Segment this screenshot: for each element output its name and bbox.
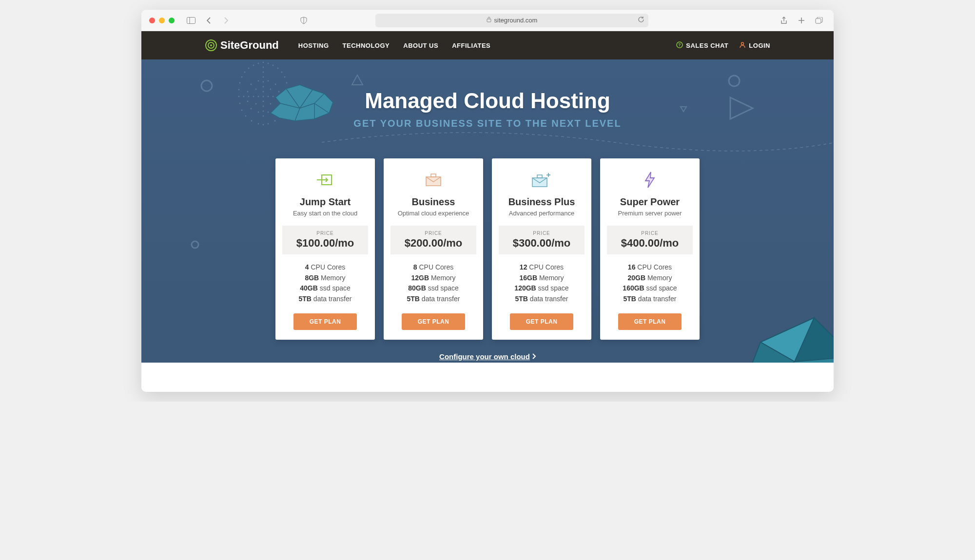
svg-point-56 [263,106,264,107]
get-plan-button[interactable]: GET PLAN [618,313,682,330]
svg-point-76 [268,80,269,82]
svg-line-86 [314,103,329,113]
svg-point-54 [263,101,264,102]
close-window-button[interactable] [149,18,155,23]
svg-point-63 [255,89,257,90]
address-bar[interactable]: siteground.com [375,14,648,27]
decorative-circle-icon [200,79,214,93]
svg-point-73 [247,101,249,102]
svg-line-82 [300,90,312,108]
decorative-circle-icon [190,240,200,250]
svg-point-64 [270,89,272,90]
svg-point-69 [251,108,252,110]
svg-point-71 [247,91,249,93]
svg-point-17 [258,63,259,64]
plan-card-business-plus: Business Plus Advanced performance PRICE… [492,158,591,340]
configure-own-cloud-link[interactable]: Configure your own cloud [439,352,536,361]
business-plus-icon [499,171,585,189]
svg-point-52 [282,96,284,97]
svg-point-53 [263,91,264,93]
decorative-triangle-icon [680,106,687,113]
svg-point-75 [258,80,259,82]
svg-point-36 [284,110,286,111]
price-value: $300.00/mo [499,237,585,250]
decorative-triangle-icon [726,94,756,123]
configure-link-text: Configure your own cloud [439,352,530,361]
svg-point-32 [287,96,289,97]
sales-chat-link[interactable]: ? SALES CHAT [676,41,728,50]
svg-point-14 [192,241,198,248]
nav-about-us[interactable]: ABOUT US [403,42,438,49]
decorative-dashed-line-icon [322,128,834,157]
nav-affiliates[interactable]: AFFILIATES [452,42,490,49]
user-icon [739,41,746,50]
svg-point-45 [258,96,259,97]
plan-name: Business Plus [499,196,585,208]
login-link[interactable]: LOGIN [739,41,770,50]
svg-point-49 [248,96,250,97]
decorative-cloud-icon [266,79,339,128]
forward-button[interactable] [219,14,233,27]
sales-chat-label: SALES CHAT [686,42,728,49]
svg-point-50 [277,96,279,97]
svg-point-72 [278,91,280,93]
svg-point-57 [263,81,264,83]
svg-text:?: ? [678,42,681,47]
nav-technology[interactable]: TECHNOLOGY [343,42,390,49]
login-label: LOGIN [749,42,770,49]
svg-line-80 [300,103,314,108]
back-button[interactable] [202,14,215,27]
svg-point-62 [263,67,264,68]
svg-point-51 [243,96,245,97]
get-plan-button[interactable]: GET PLAN [293,313,357,330]
browser-chrome: siteground.com [141,10,834,31]
decorative-triangle-icon [351,74,364,86]
logo[interactable]: SiteGround [205,39,279,52]
get-plan-button[interactable]: GET PLAN [510,313,573,330]
traffic-lights [149,18,175,23]
nav-hosting[interactable]: HOSTING [298,42,329,49]
svg-point-55 [263,86,264,88]
specs-list: 16 CPU Cores 20GB Memory 160GB ssd space… [607,262,693,305]
svg-point-20 [273,65,274,66]
svg-point-41 [258,123,259,125]
price-value: $100.00/mo [282,237,368,250]
price-box: PRICE $400.00/mo [607,226,693,254]
privacy-shield-icon[interactable] [297,14,311,27]
svg-point-39 [251,120,253,122]
svg-point-66 [270,103,272,105]
svg-point-74 [278,101,280,102]
plan-name: Business [390,196,476,208]
tabs-button[interactable] [812,14,826,27]
svg-point-60 [263,116,264,117]
price-box: PRICE $300.00/mo [499,226,585,254]
share-button[interactable] [777,14,791,27]
new-tab-button[interactable] [795,14,808,27]
super-power-icon [607,171,693,189]
svg-point-68 [275,84,276,85]
svg-point-46 [268,96,269,97]
sidebar-toggle-button[interactable] [184,14,198,27]
svg-line-81 [286,89,300,108]
get-plan-button[interactable]: GET PLAN [402,313,465,330]
svg-point-28 [286,82,288,84]
plan-tagline: Premium server power [607,210,693,217]
svg-point-31 [238,96,240,97]
svg-point-38 [280,116,282,117]
minimize-window-button[interactable] [159,18,165,23]
svg-point-27 [239,82,241,84]
price-box: PRICE $100.00/mo [282,226,368,254]
page-viewport: SiteGround HOSTING TECHNOLOGY ABOUT US A… [141,31,834,392]
site-header: SiteGround HOSTING TECHNOLOGY ABOUT US A… [141,31,834,59]
specs-list: 4 CPU Cores 8GB Memory 40GB ssd space 5T… [282,262,368,305]
refresh-button[interactable] [638,16,644,24]
svg-point-43 [263,124,264,126]
svg-rect-3 [487,19,491,22]
svg-point-22 [277,68,279,69]
hero-title: Managed Cloud Hosting [365,89,610,113]
hero-subtitle: GET YOUR BUSINESS SITE TO THE NEXT LEVEL [353,118,621,129]
svg-point-12 [741,42,744,45]
price-label: PRICE [282,231,368,236]
maximize-window-button[interactable] [169,18,175,23]
price-label: PRICE [390,231,476,236]
